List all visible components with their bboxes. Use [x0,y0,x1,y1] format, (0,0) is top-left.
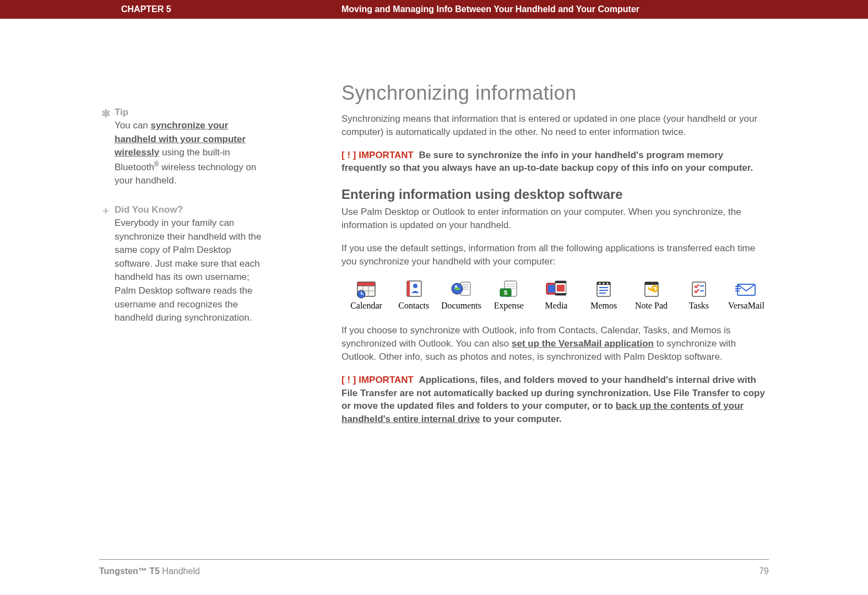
app-label: Memos [590,301,617,311]
sidebar: ✱ Tip You can synchronize your handheld … [99,107,270,342]
expense-icon: $ [497,278,521,300]
footer-rule [99,559,769,560]
app-versamail: VersaMail [724,278,769,311]
app-media: Media [534,278,579,311]
page-body: ✱ Tip You can synchronize your handheld … [0,19,868,595]
asterisk-icon: ✱ [99,108,112,119]
contacts-icon [402,278,426,300]
svg-rect-27 [557,285,565,291]
svg-rect-1 [357,282,375,286]
app-tasks: Tasks [676,278,721,311]
app-label: Contacts [398,301,429,311]
dyk-heading: Did You Know? [115,204,270,215]
dyk-text: Everybody in your family can synchronize… [115,217,270,325]
page-title: Synchronizing information [341,82,771,105]
svg-rect-26 [555,293,566,295]
documents-icon [449,278,474,300]
paragraph-4: If you choose to synchronize with Outloo… [341,324,771,363]
app-label: Expense [494,301,524,311]
main-content: Synchronizing information Synchronizing … [341,82,771,438]
app-calendar: Calendar [344,278,389,311]
app-label: VersaMail [728,301,764,311]
app-label: Note Pad [635,301,668,311]
svg-rect-37 [645,282,658,285]
svg-point-10 [413,284,417,288]
versamail-link[interactable]: set up the VersaMail application [512,338,654,349]
page-number: 79 [759,566,769,576]
svg-rect-9 [407,281,410,296]
svg-rect-25 [555,281,566,283]
app-icon-row: Calendar Contacts [341,278,771,311]
important-note-1: [ ! ] IMPORTANT Be sure to synchronize t… [341,149,771,175]
intro-paragraph: Synchronizing means that information tha… [341,112,771,139]
important-note-2: [ ! ] IMPORTANT Applications, files, and… [341,374,771,426]
app-label: Documents [441,301,481,311]
calendar-icon [354,278,378,300]
svg-point-31 [603,283,605,284]
svg-point-30 [599,283,601,284]
chapter-title: Moving and Managing Info Between Your Ha… [341,4,639,14]
app-label: Tasks [689,301,709,311]
section-heading: Entering information using desktop softw… [341,187,771,202]
app-notepad: Note Pad [629,278,674,311]
svg-point-32 [607,283,609,284]
chapter-label: CHAPTER 5 [121,4,171,14]
tip-heading: Tip [115,107,270,118]
memos-icon [592,278,616,300]
tasks-icon [687,278,711,300]
app-documents: Documents [439,278,484,311]
did-you-know-block: + Did You Know? Everybody in your family… [99,204,270,325]
tip-block: ✱ Tip You can synchronize your handheld … [99,107,270,188]
media-icon [544,278,568,300]
footer-product: Tungsten™ T5 Handheld [99,566,200,576]
app-contacts: Contacts [391,278,436,311]
app-label: Calendar [350,301,382,311]
svg-text:$: $ [504,289,507,296]
versamail-icon [734,278,758,300]
header-bar: CHAPTER 5 Moving and Managing Info Betwe… [0,0,868,19]
paragraph-3: If you use the default settings, informa… [341,242,771,268]
tip-text: You can synchronize your handheld with y… [115,119,270,188]
plus-icon: + [99,205,112,217]
paragraph-2: Use Palm Desktop or Outlook to enter inf… [341,205,771,232]
notepad-icon [639,278,664,300]
app-memos: Memos [581,278,626,311]
app-expense: $ Expense [486,278,531,311]
app-label: Media [545,301,568,311]
